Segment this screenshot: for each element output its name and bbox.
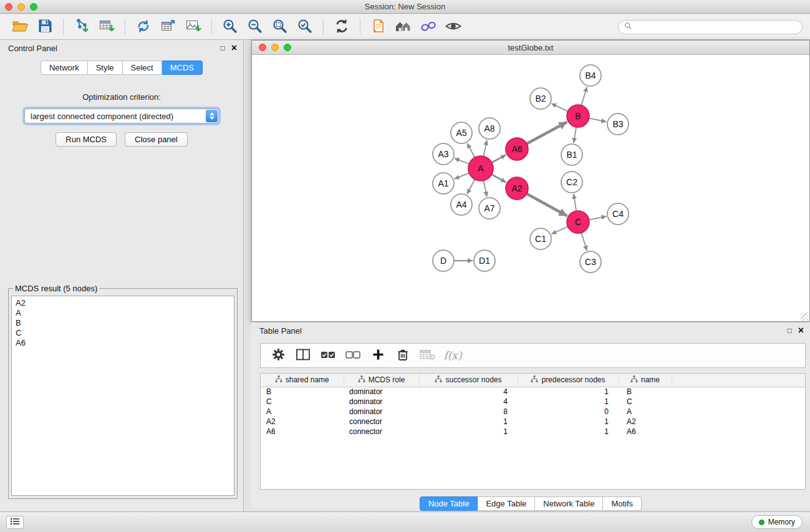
copy-document-button[interactable] bbox=[366, 17, 391, 37]
table-cell[interactable]: 4 bbox=[419, 397, 518, 407]
table-cell[interactable]: 1 bbox=[419, 417, 518, 427]
table-cell[interactable]: A bbox=[619, 407, 672, 417]
run-mcds-button[interactable]: Run MCDS bbox=[55, 132, 117, 147]
tab-style[interactable]: Style bbox=[88, 60, 123, 75]
table-cell[interactable]: 1 bbox=[419, 427, 518, 437]
table-cell[interactable]: A6 bbox=[619, 427, 672, 437]
graph-node-C[interactable]: C bbox=[567, 211, 589, 233]
result-item[interactable]: A bbox=[16, 308, 230, 318]
table-cell[interactable]: 8 bbox=[419, 407, 518, 417]
graph-node-C1[interactable]: C1 bbox=[530, 228, 551, 249]
zoom-fit-button[interactable] bbox=[268, 17, 292, 37]
column-header-shared-name[interactable]: shared name bbox=[261, 374, 344, 387]
show-hide-button[interactable] bbox=[441, 17, 466, 37]
graph-node-C4[interactable]: C4 bbox=[607, 203, 629, 225]
search-input[interactable] bbox=[635, 22, 796, 31]
home-button[interactable] bbox=[391, 17, 416, 37]
table-cell[interactable]: dominator bbox=[344, 407, 419, 417]
zoom-window-button[interactable] bbox=[30, 3, 37, 11]
table-tab-motifs[interactable]: Motifs bbox=[603, 496, 642, 511]
table-cell[interactable]: A6 bbox=[261, 427, 344, 437]
zoom-out-button[interactable] bbox=[243, 17, 268, 37]
delete-column-button[interactable] bbox=[392, 346, 414, 365]
zoom-selected-button[interactable] bbox=[292, 17, 317, 37]
table-cell[interactable]: connector bbox=[344, 427, 419, 437]
network-window-titlebar[interactable]: testGlobe.txt bbox=[252, 41, 809, 55]
export-image-button[interactable] bbox=[181, 17, 206, 37]
table-cell[interactable]: 1 bbox=[518, 397, 619, 407]
save-session-button[interactable] bbox=[32, 17, 57, 37]
table-row[interactable]: A6connector11A6 bbox=[261, 427, 805, 437]
close-network-button[interactable] bbox=[259, 44, 266, 51]
table-cell[interactable]: 4 bbox=[419, 387, 518, 397]
table-cell[interactable]: B bbox=[261, 387, 344, 397]
table-cell[interactable]: connector bbox=[344, 417, 419, 427]
open-session-button[interactable] bbox=[7, 17, 32, 37]
table-cell[interactable]: 0 bbox=[518, 407, 619, 417]
graph-node-A7[interactable]: A7 bbox=[479, 198, 500, 219]
graph-node-B3[interactable]: B3 bbox=[607, 114, 629, 135]
column-header-successor-nodes[interactable]: successor nodes bbox=[419, 374, 518, 387]
table-header-row[interactable]: shared nameMCDS rolesuccessor nodesprede… bbox=[261, 374, 805, 387]
function-builder-button[interactable]: f(x) bbox=[441, 346, 464, 365]
result-item[interactable]: C bbox=[16, 328, 230, 338]
close-table-panel-icon[interactable]: × bbox=[798, 326, 804, 336]
new-network-button[interactable] bbox=[131, 17, 156, 37]
table-cell[interactable]: A2 bbox=[619, 417, 672, 427]
table-cell[interactable]: C bbox=[261, 397, 344, 407]
graph-node-A[interactable]: A bbox=[468, 156, 493, 181]
graph-node-B2[interactable]: B2 bbox=[530, 88, 551, 109]
graph-node-A1[interactable]: A1 bbox=[433, 173, 454, 194]
result-item[interactable]: A6 bbox=[16, 338, 230, 348]
close-window-button[interactable] bbox=[5, 3, 12, 11]
export-table-button[interactable] bbox=[156, 17, 181, 37]
network-canvas[interactable]: B4B2BB3A5A8A6A3B1AC2A1A2A4A7C4CC1DD1C3 bbox=[252, 56, 809, 321]
overview-button[interactable] bbox=[416, 17, 441, 37]
close-panel-button[interactable]: Close panel bbox=[125, 132, 188, 147]
graph-node-A3[interactable]: A3 bbox=[433, 143, 454, 165]
table-tab-network-table[interactable]: Network Table bbox=[535, 496, 603, 511]
graph-node-B[interactable]: B bbox=[567, 105, 589, 127]
table-cell[interactable]: dominator bbox=[344, 387, 419, 397]
optimization-criterion-select[interactable]: largest connected component (directed) bbox=[24, 109, 219, 123]
search-field[interactable] bbox=[618, 20, 803, 34]
table-settings-button[interactable] bbox=[267, 346, 289, 365]
float-panel-icon[interactable]: □ bbox=[220, 44, 224, 52]
graph-node-D[interactable]: D bbox=[433, 250, 454, 271]
table-cell[interactable]: A bbox=[261, 407, 344, 417]
table-cell[interactable]: 1 bbox=[518, 387, 619, 397]
delete-table-button[interactable] bbox=[417, 346, 439, 365]
table-tab-edge-table[interactable]: Edge Table bbox=[478, 496, 535, 511]
graph-node-A8[interactable]: A8 bbox=[479, 118, 500, 139]
table-cell[interactable]: 1 bbox=[518, 417, 619, 427]
minimize-window-button[interactable] bbox=[17, 3, 25, 11]
column-header-MCDS-role[interactable]: MCDS role bbox=[344, 374, 419, 387]
deselect-all-button[interactable] bbox=[342, 346, 364, 365]
mcds-result-list[interactable]: A2ABCA6 bbox=[11, 296, 234, 496]
tab-select[interactable]: Select bbox=[123, 60, 162, 75]
result-item[interactable]: B bbox=[16, 318, 230, 328]
table-tab-node-table[interactable]: Node Table bbox=[420, 496, 478, 511]
table-row[interactable]: Adominator80A bbox=[261, 407, 805, 417]
resize-grip[interactable] bbox=[801, 312, 809, 321]
float-table-panel-icon[interactable]: □ bbox=[787, 326, 791, 335]
memory-button[interactable]: Memory bbox=[751, 515, 803, 529]
table-row[interactable]: Bdominator41B bbox=[261, 387, 805, 397]
graph-node-A6[interactable]: A6 bbox=[506, 138, 528, 160]
close-panel-icon[interactable]: × bbox=[231, 43, 237, 53]
add-column-button[interactable] bbox=[367, 346, 389, 365]
tab-mcds[interactable]: MCDS bbox=[162, 60, 203, 75]
refresh-layout-button[interactable] bbox=[329, 17, 354, 37]
graph-node-D1[interactable]: D1 bbox=[474, 250, 495, 271]
graph-node-B1[interactable]: B1 bbox=[561, 144, 582, 165]
table-cell[interactable]: 1 bbox=[518, 427, 619, 437]
column-header-predecessor-nodes[interactable]: predecessor nodes bbox=[518, 374, 619, 387]
table-cell[interactable]: B bbox=[619, 387, 672, 397]
graph-node-B4[interactable]: B4 bbox=[580, 65, 601, 86]
table-row[interactable]: A2connector11A2 bbox=[261, 417, 805, 427]
graph-node-A5[interactable]: A5 bbox=[451, 122, 472, 143]
table-cell[interactable]: C bbox=[619, 397, 672, 407]
table-cell[interactable]: A2 bbox=[261, 417, 344, 427]
column-header-name[interactable]: name bbox=[619, 374, 672, 387]
result-item[interactable]: A2 bbox=[16, 298, 230, 308]
